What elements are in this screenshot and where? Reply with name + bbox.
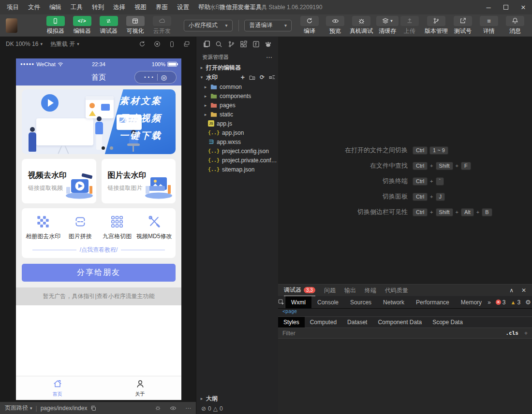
- snippets-view-button[interactable]: [252, 41, 260, 48]
- vconsole-bug-icon[interactable]: [155, 405, 161, 411]
- devtools-tab-performance[interactable]: Performance: [410, 296, 455, 308]
- nine-grid-tool[interactable]: 九宫格切图: [99, 215, 136, 241]
- extensions-view-button[interactable]: [240, 41, 247, 48]
- cloud-dev-button[interactable]: 云开发: [151, 16, 173, 35]
- carousel-dot[interactable]: [110, 146, 113, 150]
- hot-reload-dropdown[interactable]: 热重载 开 ▾: [50, 40, 79, 48]
- tree-item-file[interactable]: {..} project.private.config.js...: [196, 156, 278, 165]
- tab-output[interactable]: 输出: [344, 285, 356, 296]
- close-button[interactable]: ✕: [515, 0, 532, 14]
- style-filter-input[interactable]: [282, 330, 505, 337]
- scope-data-tab[interactable]: Scope Data: [427, 317, 468, 328]
- close-panel-icon[interactable]: ✕: [521, 287, 526, 294]
- menu-view[interactable]: 视图: [134, 3, 147, 12]
- tab-about[interactable]: 关于: [99, 376, 181, 400]
- version-control-button[interactable]: 版本管理: [425, 16, 448, 35]
- remote-debug-button[interactable]: 真机调试: [350, 16, 373, 35]
- outline-section[interactable]: ▸ 大纲: [196, 394, 278, 403]
- dataset-tab[interactable]: Dataset: [342, 317, 372, 328]
- computed-tab[interactable]: Computed: [305, 317, 342, 328]
- banner-carousel[interactable]: 素材文案 无痕视频 一键下载: [22, 89, 176, 154]
- devtools-tab-wxml[interactable]: Wxml: [285, 296, 311, 308]
- device-scale-dropdown[interactable]: DK 100% 16 ▾: [6, 41, 43, 47]
- more-icon[interactable]: • • •: [144, 75, 153, 80]
- styles-tab[interactable]: Styles: [278, 317, 305, 328]
- minimize-button[interactable]: ─: [480, 0, 497, 14]
- menu-settings[interactable]: 设置: [177, 3, 189, 12]
- search-view-button[interactable]: [215, 41, 222, 48]
- user-avatar[interactable]: [6, 18, 17, 33]
- visualization-toggle-button[interactable]: 可视化: [124, 16, 147, 35]
- menu-project[interactable]: 项目: [7, 3, 19, 12]
- cls-toggle[interactable]: .cls: [505, 330, 518, 336]
- new-file-button[interactable]: +: [241, 73, 245, 81]
- tab-debugger[interactable]: 调试器 3,3: [284, 285, 315, 296]
- tree-item-folder[interactable]: ▸ components: [196, 91, 278, 100]
- tree-item-folder[interactable]: ▸ common: [196, 82, 278, 91]
- tab-problems[interactable]: 问题: [324, 285, 336, 296]
- refresh-simulator-button[interactable]: [139, 41, 146, 47]
- image-stitch-tool[interactable]: 图片拼接: [62, 215, 99, 241]
- tab-code-quality[interactable]: 代码质量: [385, 285, 408, 296]
- device-mode-button[interactable]: [169, 41, 175, 47]
- tree-item-folder[interactable]: ▸ static: [196, 110, 278, 119]
- devtools-tab-console[interactable]: Console: [311, 296, 344, 308]
- program-mode-select[interactable]: 小程序模式 ▾: [184, 20, 233, 31]
- menu-help[interactable]: 帮助: [198, 3, 210, 12]
- preview-button[interactable]: 预览: [324, 16, 346, 35]
- preview-eye-icon[interactable]: [170, 405, 177, 412]
- project-section[interactable]: ▾ 水印 + ⟳: [196, 72, 278, 82]
- share-button[interactable]: 分享给朋友: [22, 264, 176, 282]
- devtools-tab-memory[interactable]: Memory: [455, 296, 488, 308]
- console-errors-indicator[interactable]: ✕ 3: [496, 299, 506, 306]
- upload-button[interactable]: 上传: [399, 16, 421, 35]
- video-watermark-card[interactable]: 视频去水印 链接提取视频: [22, 159, 96, 203]
- component-data-tab[interactable]: Component Data: [372, 317, 427, 328]
- source-control-view-button[interactable]: [228, 41, 235, 48]
- add-style-rule-button[interactable]: +: [524, 330, 528, 337]
- maximize-button[interactable]: [497, 0, 515, 14]
- test-account-button[interactable]: 测试号: [452, 16, 474, 35]
- details-button[interactable]: ≡ 详情: [478, 16, 500, 35]
- copy-path-icon[interactable]: [90, 405, 96, 411]
- album-watermark-tool[interactable]: 相册图去水印: [25, 215, 62, 241]
- page-path-dropdown[interactable]: 页面路径 ▾: [5, 404, 32, 412]
- carousel-dot-active[interactable]: [102, 146, 105, 150]
- clear-cache-button[interactable]: ▾ 清缓存: [376, 16, 399, 35]
- debugger-toggle-button[interactable]: 调试器: [98, 16, 120, 35]
- collapse-all-button[interactable]: [269, 74, 275, 81]
- tab-terminal[interactable]: 终端: [365, 285, 376, 296]
- more-tabs-icon[interactable]: »: [488, 299, 491, 306]
- wxml-element-tree[interactable]: <page: [278, 309, 532, 316]
- refresh-explorer-button[interactable]: ⟳: [260, 74, 265, 81]
- menu-edit[interactable]: 编辑: [49, 3, 61, 12]
- simulator-toggle-button[interactable]: 模拟器: [44, 16, 67, 35]
- tree-item-folder[interactable]: ▸ pages: [196, 100, 278, 110]
- files-view-button[interactable]: [203, 40, 210, 48]
- tab-home[interactable]: 首页: [16, 376, 99, 400]
- capsule-target-icon[interactable]: ◎: [161, 73, 167, 81]
- compile-mode-select[interactable]: 普通编译 ▾: [244, 20, 292, 31]
- image-watermark-card[interactable]: 图片去水印 链接提取图片: [102, 159, 176, 203]
- menu-interface[interactable]: 界面: [156, 3, 168, 12]
- tree-item-file[interactable]: {..} app.json: [196, 128, 278, 137]
- menu-file[interactable]: 文件: [28, 3, 40, 12]
- console-warnings-indicator[interactable]: ▲ 3: [511, 299, 521, 306]
- tree-item-file[interactable]: {..} project.config.json: [196, 146, 278, 156]
- multi-window-button[interactable]: [183, 41, 190, 47]
- menu-goto[interactable]: 转到: [92, 3, 104, 12]
- inspect-element-button[interactable]: [278, 296, 285, 308]
- explorer-more-icon[interactable]: ⋯: [266, 54, 272, 61]
- tree-item-file[interactable]: JS app.js: [196, 119, 278, 128]
- messages-button[interactable]: 消息: [504, 16, 526, 35]
- menu-select[interactable]: 选择: [113, 3, 125, 12]
- devtools-settings-icon[interactable]: ⚙: [525, 299, 531, 306]
- devtools-tab-network[interactable]: Network: [377, 296, 410, 308]
- hand-tool-button[interactable]: [265, 41, 272, 48]
- menu-tools[interactable]: 工具: [71, 3, 83, 12]
- record-button[interactable]: [154, 41, 161, 47]
- editor-toggle-button[interactable]: </> 编辑器: [71, 16, 93, 35]
- open-editors-section[interactable]: ▸ 打开的编辑器: [196, 63, 278, 72]
- devtools-tab-sources[interactable]: Sources: [344, 296, 377, 308]
- compile-button[interactable]: 编译: [298, 16, 321, 35]
